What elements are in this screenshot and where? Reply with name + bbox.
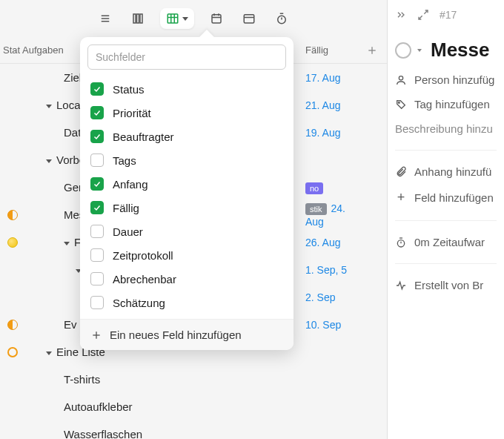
field-option-label: Status [113,83,145,96]
created-row: Erstellt von Br [388,273,504,297]
table-row[interactable]: Autoaufkleber [0,393,387,420]
disclosure-icon[interactable] [64,242,70,245]
activity-icon [395,280,407,291]
row-title: Autoaufkleber [22,400,305,413]
status-indicator-icon [7,347,18,357]
svg-line-24 [419,16,422,19]
row-due: 17. Aug [305,71,357,84]
svg-point-25 [399,76,402,79]
checkbox-checked-icon[interactable] [90,130,104,143]
row-due: 21. Aug [305,99,357,111]
view-list-icon[interactable] [95,8,116,29]
field-option-label: Priorität [113,107,151,119]
row-due: 10. Sep [305,318,357,331]
tag-badge: stik [305,203,327,215]
disclosure-icon[interactable] [46,105,52,108]
add-field-label: Ein neues Feld hinzufügen [110,329,242,341]
field-option-label: Abrechenbar [113,273,176,285]
field-list: StatusPrioritätBeauftragterTagsAnfangFäl… [80,74,294,319]
field-option[interactable]: Schätzung [80,291,294,314]
field-option[interactable]: Priorität [80,101,294,125]
row-due: 2. Sep [305,291,357,303]
field-option-label: Beauftragter [113,131,174,143]
field-option[interactable]: Anfang [80,172,294,196]
task-id: #17 [440,9,457,21]
chevron-down-icon [182,17,188,21]
divider [395,150,497,151]
row-due: no [305,181,357,194]
checkbox-checked-icon[interactable] [90,177,104,191]
row-due: 19. Aug [305,126,357,139]
tag-row[interactable]: Tag hinzufügen [388,92,504,116]
view-toolbar [0,0,387,37]
field-option[interactable]: Zeitprotokoll [80,243,294,267]
chevron-down-icon [417,49,422,52]
time-row[interactable]: 0m Zeitaufwar [388,230,504,254]
row-status [0,347,22,357]
task-title[interactable]: Messe [431,39,490,62]
row-title: Wasserflaschen [22,428,305,439]
table-row[interactable]: T-shirts [0,366,387,393]
field-option-label: Dauer [113,225,143,238]
main-panel: Stat Aufgaben Fällig Ziele setzen17. Aug… [0,0,388,439]
add-field-row[interactable]: + Feld hinzufügen [388,184,504,211]
attachment-row[interactable]: Anhang hinzufü [388,159,504,184]
checkbox-checked-icon[interactable] [90,106,104,119]
status-indicator-icon [7,237,18,248]
fields-popover: StatusPrioritätBeauftragterTagsAnfangFäl… [80,37,294,350]
status-indicator-icon [7,210,18,220]
divider [395,263,497,264]
view-table-icon[interactable] [160,8,194,29]
tag-icon [395,99,407,110]
plus-icon [90,329,102,341]
field-option[interactable]: Dauer [80,220,294,243]
view-date-icon[interactable] [206,8,227,29]
view-timer-icon[interactable] [271,8,292,29]
svg-rect-5 [140,14,142,23]
add-field-button[interactable]: Ein neues Feld hinzufügen [80,319,294,350]
table-row[interactable]: Wasserflaschen [0,420,387,439]
row-due: stik24. Aug [305,202,357,228]
view-board-icon[interactable] [127,8,148,29]
svg-rect-10 [212,15,221,23]
disclosure-icon[interactable] [46,159,52,163]
divider [395,220,497,221]
row-status [0,237,22,248]
checkbox-icon[interactable] [90,296,104,309]
svg-rect-14 [244,15,254,23]
field-option[interactable]: Status [80,77,294,101]
expand-icon[interactable] [417,9,429,21]
tag-badge: no [305,182,323,194]
row-status [0,320,22,330]
status-indicator-icon [7,320,18,330]
description-row[interactable]: Beschreibung hinzu [388,116,504,141]
field-search-input[interactable] [87,44,286,70]
checkbox-icon[interactable] [90,225,104,238]
disclosure-icon[interactable] [46,351,52,355]
field-option[interactable]: Tags [80,148,294,172]
checkbox-checked-icon[interactable] [90,201,104,214]
row-due: 26. Aug [305,236,357,248]
checkbox-icon[interactable] [90,154,104,167]
checkbox-icon[interactable] [90,248,104,262]
person-icon [395,74,407,86]
detail-panel: #17 Messe Person hinzufüg Tag hinzufügen… [388,0,504,439]
field-option-label: Tags [113,154,136,167]
stopwatch-icon [395,237,407,248]
field-option[interactable]: Abrechenbar [80,267,294,291]
row-status [0,210,22,220]
field-option-label: Fällig [113,202,139,214]
assignee-row[interactable]: Person hinzufüg [388,67,504,92]
field-option[interactable]: Fällig [80,196,294,220]
add-column-button[interactable] [357,44,387,56]
header-faellig: Fällig [305,44,357,56]
view-calendar-icon[interactable] [239,8,259,29]
field-option[interactable]: Beauftragter [80,125,294,148]
field-option-label: Zeitprotokoll [113,249,173,262]
svg-rect-6 [168,14,178,23]
svg-line-23 [424,10,428,14]
checkbox-icon[interactable] [90,272,104,285]
collapse-icon[interactable] [395,9,407,21]
status-circle-icon[interactable] [395,42,411,59]
checkbox-checked-icon[interactable] [90,82,104,96]
